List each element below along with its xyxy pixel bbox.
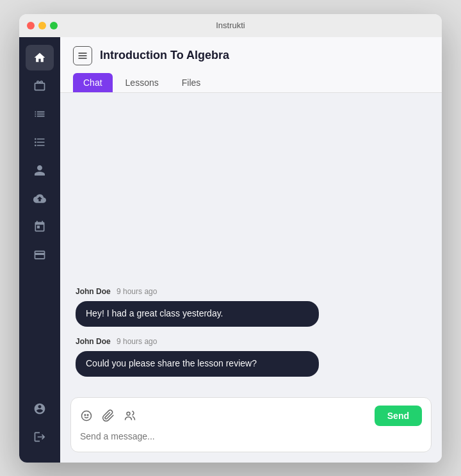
- briefcase-icon: [33, 79, 46, 92]
- svg-point-3: [82, 411, 92, 420]
- svg-point-6: [127, 412, 130, 415]
- card-icon: [33, 249, 46, 261]
- hamburger-icon: [77, 51, 88, 61]
- maximize-button[interactable]: [50, 22, 58, 29]
- traffic-lights: [27, 22, 58, 29]
- compose-toolbar: Send: [80, 406, 422, 426]
- menu-button[interactable]: [73, 46, 92, 65]
- title-bar: Instrukti: [19, 14, 442, 37]
- sidebar-item-content[interactable]: [26, 101, 54, 127]
- page-title: Introduction To Algebra: [100, 49, 229, 62]
- home-icon: [33, 51, 46, 64]
- chat-area: John Doe 9 hours ago Hey! I had a great …: [60, 93, 442, 390]
- sidebar-item-home[interactable]: [26, 45, 54, 70]
- send-button-wrap: Send: [375, 406, 422, 426]
- attachment-button[interactable]: [102, 409, 115, 422]
- sender-2: John Doe: [76, 337, 111, 346]
- sidebar-item-schedule[interactable]: [26, 214, 54, 240]
- message-bubble-2: Could you please share the lesson review…: [76, 351, 319, 377]
- person-icon: [33, 164, 46, 177]
- checklist-icon: [33, 136, 46, 149]
- message-group-2: John Doe 9 hours ago Could you please sh…: [76, 337, 426, 377]
- tab-lessons[interactable]: Lessons: [115, 73, 169, 92]
- window-title: Instrukti: [216, 21, 245, 30]
- logout-icon: [33, 431, 46, 443]
- compose-box: Send: [70, 397, 432, 452]
- time-2: 9 hours ago: [117, 337, 157, 346]
- compose-area: Send: [60, 390, 442, 463]
- sidebar-item-courses[interactable]: [26, 73, 54, 99]
- app-body: Introduction To Algebra Chat Lessons Fil…: [19, 37, 442, 463]
- account-icon: [33, 402, 46, 415]
- message-group-1: John Doe 9 hours ago Hey! I had a great …: [76, 287, 426, 327]
- sidebar-item-account[interactable]: [26, 396, 54, 422]
- minimize-button[interactable]: [38, 22, 46, 29]
- list-icon: [33, 108, 46, 120]
- paperclip-icon: [102, 409, 115, 422]
- message-input[interactable]: [80, 431, 422, 441]
- tabs: Chat Lessons Files: [73, 73, 429, 92]
- message-meta-2: John Doe 9 hours ago: [76, 337, 426, 346]
- main-content: Introduction To Algebra Chat Lessons Fil…: [60, 37, 442, 463]
- svg-point-5: [87, 414, 88, 415]
- sidebar-item-card[interactable]: [26, 242, 54, 268]
- send-button[interactable]: Send: [375, 406, 422, 426]
- mention-button[interactable]: [124, 409, 136, 422]
- message-meta-1: John Doe 9 hours ago: [76, 287, 426, 296]
- calendar-icon: [33, 220, 46, 233]
- sidebar: [19, 37, 60, 463]
- sidebar-item-tasks[interactable]: [26, 129, 54, 155]
- svg-point-4: [85, 414, 86, 415]
- message-bubble-1: Hey! I had a great class yesterday.: [76, 301, 319, 327]
- sidebar-nav: [26, 45, 54, 396]
- sidebar-bottom: [26, 396, 54, 455]
- sidebar-item-upload[interactable]: [26, 186, 54, 211]
- people-icon: [124, 409, 136, 422]
- emoji-button[interactable]: [80, 409, 93, 422]
- emoji-icon: [80, 409, 93, 422]
- top-bar: Introduction To Algebra Chat Lessons Fil…: [60, 37, 442, 93]
- tab-files[interactable]: Files: [172, 73, 211, 92]
- upload-icon: [33, 192, 46, 205]
- tab-chat[interactable]: Chat: [73, 73, 113, 92]
- close-button[interactable]: [27, 22, 35, 29]
- time-1: 9 hours ago: [117, 287, 157, 296]
- top-bar-header: Introduction To Algebra: [73, 46, 429, 65]
- app-window: Instrukti: [19, 14, 442, 463]
- sidebar-item-logout[interactable]: [26, 424, 54, 450]
- sender-1: John Doe: [76, 287, 111, 296]
- sidebar-item-profile[interactable]: [26, 158, 54, 183]
